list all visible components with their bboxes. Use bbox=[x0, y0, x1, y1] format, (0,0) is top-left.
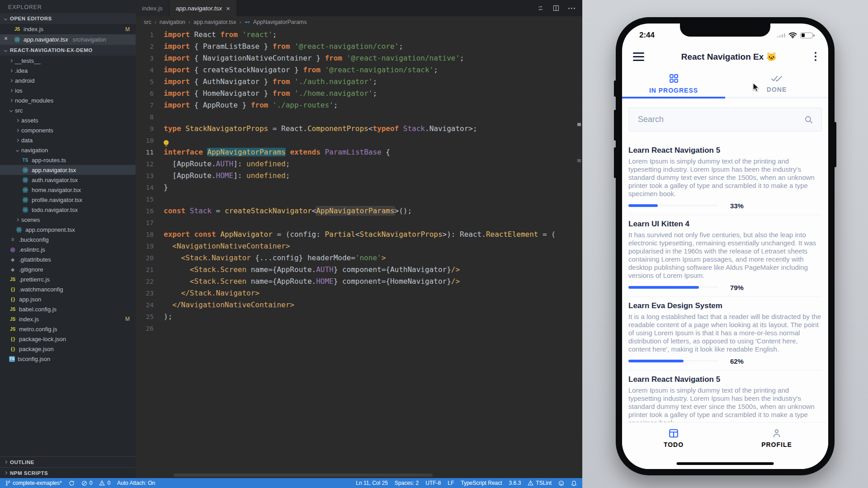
npm-scripts-section-header[interactable]: NPM SCRIPTS bbox=[0, 467, 136, 478]
tree-item-assets[interactable]: assets bbox=[0, 115, 136, 125]
breadcrumb[interactable]: src›navigation›app.navigator.tsx›AppNavi… bbox=[136, 16, 582, 28]
code-line-7[interactable]: 7import { AppRoute } from './app-routes'… bbox=[136, 99, 582, 111]
open-editor-index-js[interactable]: JSindex.jsM bbox=[0, 24, 136, 34]
search-bar[interactable] bbox=[628, 108, 822, 131]
code-line-21[interactable]: 21 <Stack.Screen name={AppRoute.AUTH} co… bbox=[136, 264, 582, 276]
code-line-5[interactable]: 5import { AuthNavigator } from './auth.n… bbox=[136, 76, 582, 88]
code-line-10[interactable]: 10 bbox=[136, 135, 582, 146]
tree-item-eslintrc-js[interactable]: ◎.eslintrc.js bbox=[0, 244, 136, 254]
horizontal-scrollbar[interactable] bbox=[174, 474, 433, 477]
code-line-1[interactable]: 1import React from 'react'; bbox=[136, 29, 582, 41]
breadcrumb-item[interactable]: app.navigator.tsx bbox=[193, 19, 236, 25]
search-input[interactable] bbox=[637, 114, 804, 125]
split-editor-icon[interactable] bbox=[553, 5, 559, 11]
editor-tab-index-js[interactable]: index.js bbox=[136, 0, 170, 16]
tree-item-home-navigator-tsx[interactable]: home.navigator.tsx bbox=[0, 185, 136, 195]
breadcrumb-item[interactable]: AppNavigatorParams bbox=[253, 19, 307, 25]
code-line-25[interactable]: 25); bbox=[136, 311, 582, 323]
tree-item-components[interactable]: components bbox=[0, 125, 136, 135]
tree-item-babel-config-js[interactable]: JSbabel.config.js bbox=[0, 304, 136, 314]
tree-item-tests[interactable]: __tests__ bbox=[0, 56, 136, 66]
toggle-changes-icon[interactable] bbox=[537, 5, 544, 11]
code-line-19[interactable]: 19 <NavigationNativeContainer> bbox=[136, 240, 582, 252]
tab-done[interactable]: DONE bbox=[725, 69, 828, 99]
tree-item-src[interactable]: src bbox=[0, 105, 136, 115]
code-line-13[interactable]: 13 [AppRoute.HOME]: undefined; bbox=[136, 170, 582, 182]
status-item-spaces-2[interactable]: Spaces: 2 bbox=[395, 480, 419, 486]
tree-item-app-routes-ts[interactable]: TSapp-routes.ts bbox=[0, 155, 136, 165]
tree-item-android[interactable]: android bbox=[0, 75, 136, 85]
todo-card-4[interactable]: Learn React Navigation 5Lorem Ipsum is s… bbox=[628, 371, 822, 422]
tree-item-watchmanconfig[interactable]: { }.watchmanconfig bbox=[0, 284, 136, 294]
code-line-15[interactable]: 15 bbox=[136, 193, 582, 205]
tree-item-navigation[interactable]: navigation bbox=[0, 145, 136, 155]
tree-item-metro-config-js[interactable]: JSmetro.config.js bbox=[0, 324, 136, 334]
tree-item-prettierrc-js[interactable]: JS.prettierrc.js bbox=[0, 274, 136, 284]
status-item-0[interactable]: 0 bbox=[99, 480, 110, 486]
code-line-22[interactable]: 22 <Stack.Screen name={AppRoute.HOME} co… bbox=[136, 276, 582, 287]
menu-icon[interactable] bbox=[633, 52, 644, 61]
open-editors-header[interactable]: OPEN EDITORS bbox=[0, 13, 136, 24]
todo-card-3[interactable]: Learn Eva Design SystemIt is a long esta… bbox=[628, 297, 822, 371]
tree-item-index-js[interactable]: JSindex.jsM bbox=[0, 314, 136, 324]
code-line-26[interactable]: 26 bbox=[136, 323, 582, 334]
tree-item-data[interactable]: data bbox=[0, 135, 136, 145]
tree-item-buckconfig[interactable]: ≡.buckconfig bbox=[0, 235, 136, 244]
status-item-lf[interactable]: LF bbox=[448, 480, 454, 486]
todo-card-2[interactable]: Learn UI Kitten 4It has survived not onl… bbox=[628, 215, 822, 297]
code-line-9[interactable]: 9type StackNavigatorProps = React.Compon… bbox=[136, 123, 582, 135]
status-item-ln-11-col-25[interactable]: Ln 11, Col 25 bbox=[356, 480, 388, 486]
code-line-2[interactable]: 2import { ParamListBase } from '@react-n… bbox=[136, 41, 582, 52]
code-line-24[interactable]: 24 </NavigationNativeContainer> bbox=[136, 299, 582, 311]
status-item-smiley[interactable] bbox=[558, 480, 564, 486]
open-editor-app-navigator-tsx[interactable]: ×app.navigator.tsxsrc/navigation bbox=[0, 34, 136, 45]
code-line-12[interactable]: 12 [AppRoute.AUTH]: undefined; bbox=[136, 158, 582, 170]
tree-item-app-component-tsx[interactable]: app.component.tsx bbox=[0, 225, 136, 235]
tree-item-tsconfig-json[interactable]: TStsconfig.json bbox=[0, 354, 136, 364]
status-item-sync[interactable] bbox=[69, 480, 75, 486]
editor-tab-app-navigator-tsx[interactable]: app.navigator.tsx× bbox=[170, 0, 237, 16]
tree-item-profile-navigator-tsx[interactable]: profile.navigator.tsx bbox=[0, 195, 136, 205]
code-line-17[interactable]: 17 bbox=[136, 217, 582, 229]
tree-item-package-json[interactable]: { }package.json bbox=[0, 344, 136, 354]
tree-item-auth-navigator-tsx[interactable]: auth.navigator.tsx bbox=[0, 175, 136, 185]
code-line-16[interactable]: 16const Stack = createStackNavigator<App… bbox=[136, 205, 582, 217]
tree-item-ios[interactable]: ios bbox=[0, 85, 136, 95]
overflow-menu-icon[interactable] bbox=[814, 51, 817, 62]
close-icon[interactable]: × bbox=[4, 35, 8, 42]
tree-item-node-modules[interactable]: node_modules bbox=[0, 95, 136, 105]
tree-item-todo-navigator-tsx[interactable]: todo.navigator.tsx bbox=[0, 205, 136, 215]
outline-section-header[interactable]: OUTLINE bbox=[0, 456, 136, 467]
status-item-0[interactable]: 0 bbox=[81, 480, 93, 486]
tab-in-progress[interactable]: IN PROGRESS bbox=[622, 69, 725, 99]
status-item-typescript-react[interactable]: TypeScript React bbox=[461, 480, 502, 486]
code-line-3[interactable]: 3import { NavigationNativeContainer } fr… bbox=[136, 52, 582, 64]
tree-item-idea[interactable]: .idea bbox=[0, 66, 136, 75]
breadcrumb-item[interactable]: src bbox=[144, 19, 151, 25]
tree-item-gitattributes[interactable]: ◆.gitattributes bbox=[0, 254, 136, 264]
status-item-3-6-3[interactable]: 3.6.3 bbox=[509, 480, 521, 486]
code-line-23[interactable]: 23 </Stack.Navigator> bbox=[136, 287, 582, 299]
todo-card-1[interactable]: Learn React Navigation 5Lorem Ipsum is s… bbox=[628, 141, 822, 215]
quick-fix-lightbulb-icon[interactable] bbox=[164, 140, 169, 145]
status-item-tslint[interactable]: TSLint bbox=[528, 480, 552, 486]
tree-item-scenes[interactable]: scenes bbox=[0, 215, 136, 225]
code-line-20[interactable]: 20 <Stack.Navigator {...config} headerMo… bbox=[136, 252, 582, 264]
project-header[interactable]: REACT-NAVIGATION-EX-DEMO bbox=[0, 45, 136, 56]
tree-item-app-navigator-tsx[interactable]: app.navigator.tsx bbox=[0, 165, 136, 175]
status-item-auto-attach-on[interactable]: Auto Attach: On bbox=[117, 480, 155, 486]
bottom-tab-todo[interactable]: TODO bbox=[622, 422, 725, 454]
status-item-bell[interactable] bbox=[571, 480, 577, 486]
tree-item-app-json[interactable]: { }app.json bbox=[0, 294, 136, 304]
more-actions-icon[interactable] bbox=[568, 8, 575, 9]
tree-item-gitignore[interactable]: ◆.gitignore bbox=[0, 264, 136, 274]
status-item-utf-8[interactable]: UTF-8 bbox=[425, 480, 441, 486]
status-item-complete-exmaples[interactable]: complete-exmaples* bbox=[5, 480, 62, 486]
code-line-6[interactable]: 6import { HomeNavigator } from './home.n… bbox=[136, 88, 582, 99]
code-line-14[interactable]: 14} bbox=[136, 182, 582, 193]
tree-item-package-lock-json[interactable]: { }package-lock.json bbox=[0, 334, 136, 344]
breadcrumb-item[interactable]: navigation bbox=[160, 19, 185, 25]
home-indicator[interactable] bbox=[677, 462, 774, 465]
code-line-4[interactable]: 4import { createStackNavigator } from '@… bbox=[136, 64, 582, 76]
close-icon[interactable]: × bbox=[226, 5, 230, 12]
